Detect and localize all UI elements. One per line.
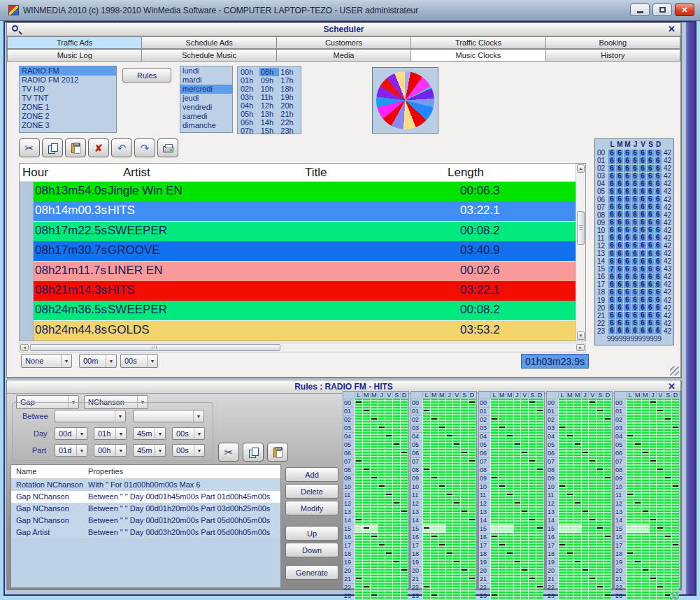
clock-grid-cell[interactable] [362,441,370,449]
clock-grid-cell[interactable] [355,550,362,558]
clock-grid-cell[interactable] [596,407,603,415]
hour-cell[interactable]: 20h [279,101,299,110]
clock-grid-cell[interactable] [656,516,664,524]
clock-grid-cell[interactable] [581,499,589,508]
clock-grid-cell[interactable] [378,399,385,407]
clock-grid-cell[interactable] [528,483,536,491]
clock-grid-cell[interactable] [520,533,528,541]
clock-grid-cell[interactable] [392,541,400,550]
clock-grid-cell[interactable] [513,583,521,592]
clock-grid-cell[interactable] [392,457,400,466]
clock-grid-cell[interactable] [460,533,468,541]
clock-grid-cell[interactable] [581,558,589,566]
clock-grid-cell[interactable] [558,516,566,524]
clock-grid-cell[interactable] [445,449,453,457]
clock-grid-cell[interactable] [370,415,378,424]
separation-select[interactable]: None ▼ [21,354,72,368]
clock-grid-cell[interactable] [400,491,408,499]
clock-grid-cell[interactable] [634,541,641,550]
clock-grid-cell[interactable] [520,541,528,550]
clock-grid-cell[interactable] [603,558,611,566]
clock-grid-cell[interactable] [378,441,385,449]
clock-grid-cell[interactable] [498,449,506,457]
clock-grid-cell[interactable] [649,415,657,424]
clock-grid-cell[interactable] [468,457,476,466]
clock-grid-cell[interactable] [460,466,468,474]
clock-grid-cell[interactable] [362,483,370,491]
vertical-scrollbar[interactable]: ▲ ▼ [576,164,585,341]
clock-grid-cell[interactable] [581,541,589,550]
clock-grid-cell[interactable] [430,483,438,491]
table-row[interactable]: 08h13m54.0sJingle Win EN00:06.3 [34,182,576,201]
clock-grid-cell[interactable] [588,407,596,415]
clock-grid-cell[interactable] [400,466,408,474]
clock-grid-cell[interactable] [581,457,589,466]
clock-grid-cell[interactable] [498,432,506,441]
clock-grid-cell[interactable] [603,424,611,432]
clock-grid-cell[interactable] [355,399,362,407]
clock-grid-cell[interactable] [468,441,476,449]
clock-grid-cell[interactable] [392,558,400,566]
copy-button[interactable] [42,138,63,157]
clock-grid-cell[interactable] [649,491,657,499]
clock-grid-cell[interactable] [422,499,430,508]
clock-grid-cell[interactable] [641,550,649,558]
clock-grid-cell[interactable] [506,474,513,483]
clock-grid-cell[interactable] [498,491,506,499]
clock-grid-cell[interactable] [641,583,649,592]
clock-grid-cell[interactable] [422,441,430,449]
clock-grid-cell[interactable] [385,449,392,457]
clock-grid-cell[interactable] [656,474,664,483]
clock-grid-cell[interactable] [385,399,392,407]
clock-grid-cell[interactable] [498,550,506,558]
clock-grid-cell[interactable] [460,566,468,575]
clock-grid-cell[interactable] [362,457,370,466]
clock-grid-cell[interactable] [468,432,476,441]
clock-grid-cell[interactable] [581,466,589,474]
clock-grid-cell[interactable] [392,415,400,424]
clock-grid-cell[interactable] [664,415,671,424]
table-row[interactable]: 08h24m36.5sSWEEPER00:08.2 [34,301,576,320]
clock-grid-cell[interactable] [536,449,543,457]
clock-grid-cell[interactable] [558,566,566,575]
clock-grid-cell[interactable] [468,566,476,575]
clock-grid-cell[interactable] [445,516,453,524]
clock-grid-cell[interactable] [634,516,641,524]
clock-grid-cell[interactable] [370,592,378,600]
clock-grid-cell[interactable] [490,415,498,424]
clock-grid-cell[interactable] [422,399,430,407]
clock-grid-cell[interactable] [490,575,498,583]
clock-grid-cell[interactable] [385,424,392,432]
hour-cell[interactable]: 01h [239,76,259,85]
clock-grid-cell[interactable] [596,550,603,558]
clock-grid-cell[interactable] [664,432,671,441]
clock-grid-cell[interactable] [452,424,460,432]
clock-grid-cell[interactable] [558,424,566,432]
clock-grid-cell[interactable] [355,441,362,449]
clock-grid-cell[interactable] [528,541,536,550]
clock-grid-cell[interactable] [649,533,657,541]
clock-grid-cell[interactable] [520,457,528,466]
hour-cell[interactable]: 16h [279,68,299,76]
clock-grid-cell[interactable] [649,575,657,583]
clock-grid-cell[interactable] [581,441,589,449]
weekday-item[interactable]: mercredi [180,85,232,94]
tab-traffic-clocks[interactable]: Traffic Clocks [411,36,545,49]
clock-grid-cell[interactable] [566,516,573,524]
clock-grid-cell[interactable] [445,541,453,550]
clock-grid-cell[interactable] [438,566,445,575]
clock-grid-cell[interactable] [490,432,498,441]
clock-grid-cell[interactable] [430,399,438,407]
clock-grid-cell[interactable] [400,516,408,524]
scroll-left-arrow[interactable]: ◄ [20,344,29,351]
clock-grid-cell[interactable] [520,516,528,524]
clock-grid-cell[interactable] [392,424,400,432]
clock-grid-cell[interactable] [430,474,438,483]
resize-grip[interactable] [670,592,679,600]
clock-grid-cell[interactable] [558,541,566,550]
clock-grid-cell[interactable] [513,457,521,466]
clock-grid-cell[interactable] [588,558,596,566]
clock-grid-cell[interactable] [536,524,543,533]
hour-cell[interactable]: 03h [239,93,259,101]
clock-grid-cell[interactable] [513,441,521,449]
